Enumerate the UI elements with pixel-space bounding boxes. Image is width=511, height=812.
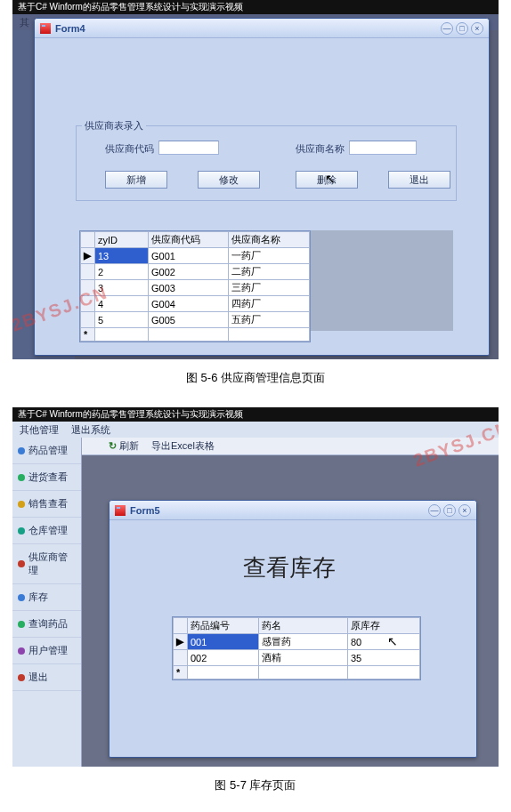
- sidebar-item-label: 药品管理: [28, 444, 68, 457]
- grid-header-row: 药品编号 药名 原库存: [174, 618, 420, 634]
- sidebar: 药品管理进货查看销售查看仓库管理供应商管理库存查询药品用户管理退出: [12, 438, 82, 767]
- sidebar-item-label: 销售查看: [28, 497, 68, 511]
- exit-button[interactable]: 退出: [388, 171, 450, 189]
- export-label: 导出Excel表格: [151, 439, 215, 453]
- close-button[interactable]: ×: [458, 504, 471, 517]
- app-icon: [115, 505, 126, 516]
- col-zyid[interactable]: zyID: [95, 232, 149, 248]
- grid-empty-area: [311, 230, 453, 331]
- refresh-label: 刷新: [119, 439, 139, 453]
- sidebar-item[interactable]: 进货查看: [12, 464, 81, 491]
- sidebar-item[interactable]: 销售查看: [12, 491, 81, 518]
- add-button[interactable]: 新增: [105, 171, 167, 189]
- content-toolbar: ↻ 刷新 导出Excel表格: [82, 438, 499, 455]
- supplier-entry-groupbox: 供应商表录入 供应商代码 供应商名称 新增 修改 删除 退出: [76, 125, 457, 201]
- table-row[interactable]: 002酒精35: [174, 650, 420, 666]
- sidebar-item-icon: [18, 560, 25, 567]
- sidebar-item-label: 用户管理: [28, 644, 68, 657]
- sidebar-item[interactable]: 仓库管理: [12, 518, 81, 544]
- form5-window: Form5 — □ × 查看库存 药品编号 药名 原库存: [109, 500, 477, 758]
- stock-grid[interactable]: 药品编号 药名 原库存 ▶001感冒药80002酒精35*: [172, 616, 421, 680]
- menu-other[interactable]: 其他管理: [20, 423, 59, 436]
- col-stock[interactable]: 原库存: [348, 618, 420, 634]
- sidebar-item-label: 仓库管理: [28, 524, 68, 537]
- sidebar-item-label: 库存: [28, 591, 48, 604]
- form4-window: Form4 — □ × 供应商表录入 供应商代码 供应商名称 新增 修改 删除 …: [34, 18, 490, 356]
- delete-button[interactable]: 删除: [296, 171, 358, 189]
- maximize-button[interactable]: □: [456, 22, 468, 35]
- sidebar-item-label: 进货查看: [28, 470, 68, 484]
- form4-title: Form4: [55, 23, 441, 34]
- sidebar-item[interactable]: 库存: [12, 584, 81, 611]
- label-supplier-name: 供应商名称: [296, 142, 345, 156]
- sidebar-item-icon: [18, 621, 25, 628]
- table-row[interactable]: 4G004四药厂: [81, 296, 310, 312]
- sidebar-item-icon: [18, 474, 25, 481]
- figure1-caption: 图 5-6 供应商管理信息页面: [0, 359, 511, 398]
- supplier-grid[interactable]: zyID 供应商代码 供应商名称 ▶13G001一药厂2G002二药厂3G003…: [79, 230, 311, 342]
- col-drug-name[interactable]: 药名: [259, 618, 348, 634]
- sidebar-item[interactable]: 药品管理: [12, 438, 81, 464]
- sidebar-item[interactable]: 退出: [12, 664, 81, 691]
- table-row[interactable]: 3G003三药厂: [81, 280, 310, 296]
- sidebar-item-icon: [18, 674, 25, 681]
- refresh-icon: ↻: [109, 440, 117, 452]
- sidebar-item-label: 退出: [28, 671, 48, 684]
- form5-title: Form5: [130, 505, 428, 516]
- close-button[interactable]: ×: [471, 22, 483, 35]
- form4-titlebar[interactable]: Form4 — □ ×: [35, 19, 489, 38]
- table-row[interactable]: 5G005五药厂: [81, 312, 310, 328]
- grid-header-row: zyID 供应商代码 供应商名称: [81, 232, 310, 248]
- sidebar-item-icon: [18, 447, 25, 454]
- menu-exit[interactable]: 退出系统: [71, 423, 110, 436]
- video-titlebar: 基于C# Winform的药品零售管理系统设计与实现演示视频: [12, 0, 499, 14]
- screenshot-2: 基于C# Winform的药品零售管理系统设计与实现演示视频 其他管理 退出系统…: [12, 407, 499, 767]
- video-titlebar: 基于C# Winform的药品零售管理系统设计与实现演示视频: [12, 407, 499, 422]
- table-row[interactable]: ▶13G001一药厂: [81, 248, 310, 264]
- sidebar-item-icon: [18, 647, 25, 655]
- table-row[interactable]: ▶001感冒药80: [174, 634, 420, 650]
- maximize-button[interactable]: □: [443, 504, 456, 517]
- sidebar-item-icon: [18, 527, 25, 535]
- new-row[interactable]: *: [81, 328, 310, 342]
- sidebar-item-icon: [18, 501, 25, 508]
- edit-button[interactable]: 修改: [198, 171, 260, 189]
- sidebar-item[interactable]: 供应商管理: [12, 544, 81, 584]
- screenshot-1: 基于C# Winform的药品零售管理系统设计与实现演示视频 其 Form4 —…: [12, 0, 499, 359]
- sidebar-item[interactable]: 用户管理: [12, 638, 81, 664]
- col-drug-id[interactable]: 药品编号: [188, 618, 259, 634]
- sidebar-item-icon: [18, 594, 25, 601]
- minimize-button[interactable]: —: [441, 22, 453, 35]
- figure2-caption: 图 5-7 库存页面: [0, 767, 511, 806]
- sidebar-item[interactable]: 查询药品: [12, 611, 81, 638]
- groupbox-title: 供应商表录入: [82, 119, 146, 133]
- sidebar-item-label: 供应商管理: [28, 551, 76, 577]
- sidebar-item-label: 查询药品: [28, 617, 68, 631]
- page-heading: 查看库存: [243, 552, 336, 583]
- main-menubar: 其他管理 退出系统: [12, 422, 499, 438]
- col-supplier-name[interactable]: 供应商名称: [229, 232, 310, 248]
- new-row[interactable]: *: [174, 666, 420, 679]
- table-row[interactable]: 2G002二药厂: [81, 264, 310, 280]
- refresh-button[interactable]: ↻ 刷新: [109, 439, 139, 453]
- supplier-name-input[interactable]: [349, 141, 417, 155]
- col-supplier-code[interactable]: 供应商代码: [149, 232, 229, 248]
- supplier-code-input[interactable]: [158, 141, 219, 155]
- form5-titlebar[interactable]: Form5 — □ ×: [110, 501, 476, 520]
- label-supplier-code: 供应商代码: [105, 142, 154, 156]
- minimize-button[interactable]: —: [428, 504, 441, 517]
- app-icon: [40, 23, 51, 34]
- export-excel-button[interactable]: 导出Excel表格: [151, 439, 215, 453]
